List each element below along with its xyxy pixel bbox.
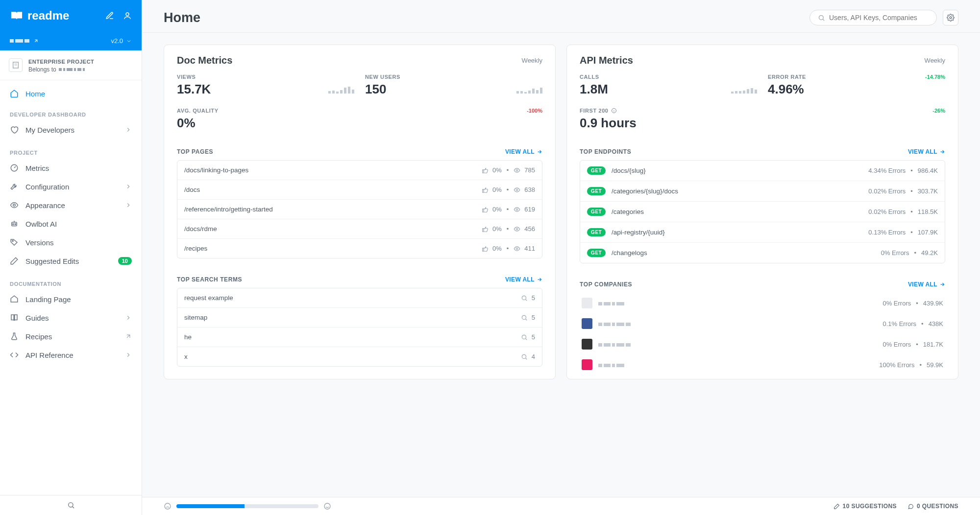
top-pages-list: /docs/linking-to-pages 0%785 /docs 0%638… (177, 160, 542, 258)
nav-recipes[interactable]: Recipes (0, 327, 142, 346)
company-logo (582, 359, 592, 370)
page-quality: 0% (492, 186, 502, 193)
search-box[interactable] (809, 10, 937, 25)
arrow-right-icon (939, 149, 945, 155)
info-icon[interactable] (611, 108, 617, 114)
avgquality-delta: -100% (527, 108, 542, 114)
nav-heading-devdash: DEVELOPER DASHBOARD (0, 105, 142, 120)
table-row[interactable]: GET /categories 0.02% Errors118.5K (580, 202, 945, 222)
table-row[interactable]: x 4 (177, 347, 542, 366)
table-row[interactable]: sitemap 5 (177, 308, 542, 328)
view-all-endpoints[interactable]: VIEW ALL (908, 148, 945, 155)
edit-icon[interactable] (105, 11, 114, 20)
nav-home[interactable]: Home (0, 84, 142, 103)
views-label: VIEWS (177, 74, 354, 80)
page-views: 411 (524, 245, 535, 252)
svg-point-13 (516, 209, 518, 211)
nav-api-reference[interactable]: API Reference (0, 346, 142, 364)
nav-appearance[interactable]: Appearance (0, 196, 142, 214)
company-calls: 181.7K (923, 341, 943, 348)
svg-point-16 (522, 296, 526, 300)
company-name-redacted (598, 320, 877, 328)
endpoint-path: /categories (612, 208, 862, 215)
project-switcher[interactable]: v2.0 (0, 31, 142, 50)
table-row[interactable]: /docs/linking-to-pages 0%785 (177, 161, 542, 180)
newusers-spark (516, 85, 542, 94)
first200-label: FIRST 200 (580, 108, 617, 114)
table-row[interactable]: GET /changelogs 0% Errors49.2K (580, 243, 945, 263)
table-row[interactable]: he 5 (177, 328, 542, 347)
table-row[interactable]: 0.1% Errors438K (580, 313, 945, 334)
search-term: request example (184, 294, 515, 302)
enterprise-icon (12, 61, 20, 69)
search-icon (521, 334, 528, 341)
view-all-companies[interactable]: VIEW ALL (908, 281, 945, 288)
table-row[interactable]: 0% Errors181.7K (580, 334, 945, 354)
page-title: Home (164, 10, 809, 25)
view-all-search[interactable]: VIEW ALL (505, 276, 542, 283)
main: Home Doc Metrics Weekly V (142, 0, 980, 515)
first200-value: 0.9 hours (580, 116, 945, 131)
search-term: sitemap (184, 314, 515, 321)
suggestions-count[interactable]: 10 SUGGESTIONS (833, 503, 897, 510)
svg-point-14 (516, 228, 518, 230)
eye-icon (514, 187, 520, 193)
bot-icon (10, 219, 19, 228)
chevron-right-icon (125, 126, 132, 133)
version-label: v2.0 (111, 37, 123, 45)
company-calls: 59.9K (927, 361, 943, 369)
view-all-pages[interactable]: VIEW ALL (505, 148, 542, 155)
company-name-redacted (598, 299, 877, 307)
brand-header: readme (0, 0, 142, 31)
company-name-redacted (598, 340, 877, 348)
table-row[interactable]: 100% Errors59.9K (580, 354, 945, 375)
nav-metrics[interactable]: Metrics (0, 159, 142, 177)
http-method: GET (587, 208, 606, 216)
svg-rect-1 (13, 62, 19, 68)
page-views: 619 (524, 206, 535, 213)
top-pages-label: TOP PAGES (177, 148, 505, 155)
search-count: 5 (532, 294, 535, 302)
frown-icon (164, 502, 172, 510)
belongs-to-label: Belongs to (28, 66, 56, 73)
nav-configuration[interactable]: Configuration (0, 177, 142, 196)
page-quality: 0% (492, 206, 502, 213)
table-row[interactable]: GET /api-registry/{uuid} 0.13% Errors107… (580, 222, 945, 243)
settings-button[interactable] (943, 10, 958, 25)
http-method: GET (587, 166, 606, 175)
nav-suggested-edits[interactable]: Suggested Edits 10 (0, 252, 142, 270)
nav-landing-page[interactable]: Landing Page (0, 290, 142, 308)
arrow-right-icon (939, 281, 945, 287)
brand-logo[interactable]: readme (10, 9, 105, 23)
tag-icon (10, 238, 19, 247)
endpoint-calls: 49.2K (921, 249, 938, 257)
search-icon[interactable] (67, 501, 75, 509)
svg-point-21 (165, 503, 171, 509)
table-row[interactable]: GET /categories/{slug}/docs 0.02% Errors… (580, 181, 945, 202)
search-input[interactable] (829, 14, 929, 22)
table-row[interactable]: /docs/rdme 0%456 (177, 219, 542, 239)
book-icon (10, 11, 24, 21)
endpoint-errors: 0% Errors (881, 249, 909, 257)
bottombar: 10 SUGGESTIONS 0 QUESTIONS (142, 497, 980, 515)
avgquality-label: AVG. QUALITY (177, 108, 219, 114)
endpoint-calls: 118.5K (918, 208, 938, 215)
svg-point-22 (324, 503, 330, 509)
user-icon[interactable] (123, 11, 132, 20)
nav-my-developers[interactable]: My Developers (0, 120, 142, 139)
nav-versions[interactable]: Versions (0, 233, 142, 252)
enterprise-banner[interactable]: ENTERPRISE PROJECT Belongs to (0, 50, 142, 80)
table-row[interactable]: GET /docs/{slug} 4.34% Errors986.4K (580, 161, 945, 181)
table-row[interactable]: /reference/intro/getting-started 0%619 (177, 200, 542, 219)
table-row[interactable]: 0% Errors439.9K (580, 293, 945, 313)
nav-owlbot[interactable]: Owlbot AI (0, 214, 142, 233)
table-row[interactable]: /docs 0%638 (177, 180, 542, 200)
svg-point-9 (819, 15, 824, 20)
questions-count[interactable]: 0 QUESTIONS (907, 503, 958, 510)
table-row[interactable]: request example 5 (177, 288, 542, 308)
avgquality-value: 0% (177, 116, 542, 131)
page-path: /docs/linking-to-pages (184, 166, 476, 174)
table-row[interactable]: /recipes 0%411 (177, 239, 542, 258)
search-icon (521, 353, 528, 360)
nav-guides[interactable]: Guides (0, 308, 142, 327)
